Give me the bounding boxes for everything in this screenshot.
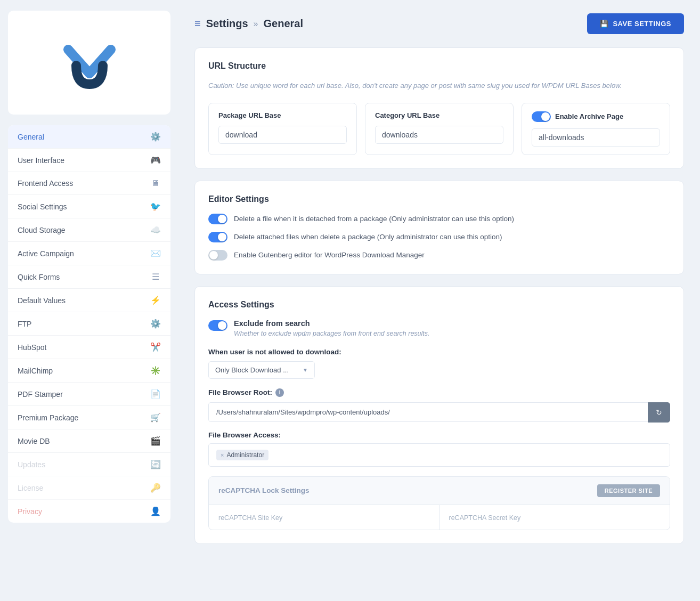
pdf-stamper-icon: 📄 (150, 389, 161, 399)
sidebar-item-privacy[interactable]: Privacy 👤 (8, 500, 170, 523)
delete-detached-toggle[interactable] (208, 214, 227, 224)
file-browser-access-label: File Browser Access: (208, 431, 670, 439)
sidebar-item-mailchimp[interactable]: MailChimp ✳️ (8, 359, 170, 383)
editor-toggle-row-3: Enable Gutenberg editor for WordPress Do… (208, 250, 670, 261)
delete-attached-toggle[interactable] (208, 232, 227, 242)
dropdown-value: Only Block Download ... (215, 366, 289, 374)
recaptcha-title: reCAPTCHA Lock Settings (218, 486, 310, 494)
section-label: General (263, 18, 303, 30)
recaptcha-secret-key-field: reCAPTCHA Secret Key (439, 505, 670, 530)
editor-toggle-3-label: Enable Gutenberg editor for WordPress Do… (234, 251, 425, 259)
category-url-base-label: Category URL Base (375, 111, 503, 119)
breadcrumb-arrow: » (254, 19, 258, 29)
quick-forms-icon: ☰ (150, 272, 161, 282)
recaptcha-site-key-field: reCAPTCHA Site Key (209, 505, 439, 530)
editor-toggle-row-1: Delete a file when it is detached from a… (208, 214, 670, 224)
social-settings-icon: 🐦 (150, 201, 161, 212)
sidebar-item-user-interface[interactable]: User Interface 🎮 (8, 149, 170, 172)
nav-menu: General ⚙️ User Interface 🎮 Frontend Acc… (8, 125, 170, 523)
general-icon: ⚙️ (150, 132, 161, 142)
info-icon: i (275, 388, 284, 397)
exclude-search-label: Exclude from search (234, 319, 430, 328)
category-url-base-input[interactable] (375, 126, 503, 144)
tag-x-icon[interactable]: × (221, 452, 224, 458)
logo-box (8, 11, 170, 115)
enable-archive-toggle[interactable] (532, 111, 551, 122)
exclude-search-sub: Whether to exclude wpdm packages from fr… (234, 330, 430, 337)
url-grid: Package URL Base Category URL Base Enabl… (208, 103, 670, 155)
enable-archive-label: Enable Archive Page (532, 111, 660, 122)
enable-archive-box: Enable Archive Page (522, 103, 670, 155)
caution-text: Caution: Use unique word for each url ba… (208, 80, 670, 91)
sidebar-item-ftp[interactable]: FTP ⚙️ (8, 312, 170, 336)
editor-toggle-2-label: Delete attached files when delete a pack… (234, 233, 502, 241)
editor-toggle-row-2: Delete attached files when delete a pack… (208, 232, 670, 242)
file-path-input[interactable] (208, 402, 648, 422)
exclude-search-toggle[interactable] (208, 320, 227, 331)
hubspot-icon: ✂️ (150, 342, 161, 352)
editor-settings-title: Editor Settings (208, 194, 670, 204)
sidebar-item-general[interactable]: General ⚙️ (8, 125, 170, 149)
url-structure-title: URL Structure (208, 61, 670, 71)
mailchimp-icon: ✳️ (150, 366, 161, 376)
url-structure-card: URL Structure Caution: Use unique word f… (194, 47, 684, 169)
save-settings-button[interactable]: 💾 SAVE SETTINGS (587, 13, 684, 34)
sidebar-item-frontend-access[interactable]: Frontend Access 🖥 (8, 172, 170, 195)
settings-filter-icon: ≡ (194, 18, 201, 30)
refresh-button[interactable]: ↻ (648, 402, 670, 423)
sidebar: General ⚙️ User Interface 🎮 Frontend Acc… (0, 0, 178, 601)
recaptcha-header: reCAPTCHA Lock Settings REGISTER SITE (209, 477, 670, 505)
premium-package-icon: 🛒 (150, 412, 161, 423)
file-browser-root-container: ↻ (208, 402, 670, 423)
user-interface-icon: 🎮 (150, 155, 161, 165)
not-allowed-label: When user is not allowed to download: (208, 348, 670, 356)
sidebar-item-hubspot[interactable]: HubSpot ✂️ (8, 336, 170, 359)
save-icon: 💾 (600, 20, 609, 28)
page-header: ≡ Settings » General 💾 SAVE SETTINGS (194, 13, 684, 34)
recaptcha-secret-key-label: reCAPTCHA Secret Key (449, 514, 521, 522)
package-url-base-input[interactable] (218, 126, 347, 144)
not-allowed-dropdown[interactable]: Only Block Download ... ▼ (208, 361, 315, 379)
ftp-icon: ⚙️ (150, 319, 161, 329)
privacy-icon: 👤 (150, 506, 161, 516)
file-browser-root-label: File Browser Root: i (208, 388, 670, 397)
sidebar-item-quick-forms[interactable]: Quick Forms ☰ (8, 265, 170, 289)
cloud-storage-icon: ☁️ (150, 225, 161, 235)
updates-icon: 🔄 (150, 459, 161, 469)
package-url-base-label: Package URL Base (218, 111, 347, 119)
sidebar-item-license[interactable]: License 🔑 (8, 476, 170, 500)
license-icon: 🔑 (150, 483, 161, 493)
sidebar-item-default-values[interactable]: Default Values ⚡ (8, 289, 170, 312)
recaptcha-fields: reCAPTCHA Site Key reCAPTCHA Secret Key (209, 505, 670, 530)
package-url-base-box: Package URL Base (208, 103, 357, 155)
file-browser-access-box: × Administrator (208, 443, 670, 467)
recaptcha-site-key-label: reCAPTCHA Site Key (218, 514, 282, 522)
category-url-base-box: Category URL Base (365, 103, 514, 155)
gutenberg-toggle[interactable] (208, 250, 227, 261)
sidebar-item-social-settings[interactable]: Social Settings 🐦 (8, 195, 170, 218)
default-values-icon: ⚡ (150, 295, 161, 305)
access-settings-title: Access Settings (208, 300, 670, 310)
sidebar-item-premium-package[interactable]: Premium Package 🛒 (8, 406, 170, 429)
enable-archive-input[interactable] (532, 128, 660, 147)
editor-settings-card: Editor Settings Delete a file when it is… (194, 181, 684, 274)
chevron-down-icon: ▼ (303, 367, 308, 373)
administrator-tag[interactable]: × Administrator (216, 450, 268, 460)
movie-db-icon: 🎬 (150, 436, 161, 446)
register-site-button[interactable]: REGISTER SITE (597, 484, 660, 497)
active-campaign-icon: ✉️ (150, 248, 161, 258)
sidebar-item-pdf-stamper[interactable]: PDF Stamper 📄 (8, 383, 170, 406)
sidebar-item-updates[interactable]: Updates 🔄 (8, 453, 170, 476)
main-content: ≡ Settings » General 💾 SAVE SETTINGS URL… (178, 0, 700, 601)
recaptcha-section: reCAPTCHA Lock Settings REGISTER SITE re… (208, 476, 670, 530)
sidebar-item-cloud-storage[interactable]: Cloud Storage ☁️ (8, 218, 170, 242)
editor-toggle-1-label: Delete a file when it is detached from a… (234, 215, 514, 223)
frontend-access-icon: 🖥 (150, 178, 161, 188)
access-settings-card: Access Settings Exclude from search Whet… (194, 286, 684, 544)
settings-label: Settings (206, 18, 248, 30)
sidebar-item-active-campaign[interactable]: Active Campaign ✉️ (8, 242, 170, 265)
sidebar-item-movie-db[interactable]: Movie DB 🎬 (8, 429, 170, 453)
breadcrumb: ≡ Settings » General (194, 18, 303, 30)
